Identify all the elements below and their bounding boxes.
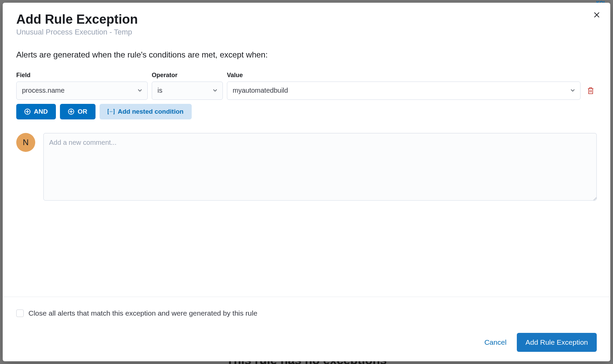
comment-textarea[interactable] [43, 133, 597, 201]
nested-icon [108, 109, 114, 115]
close-alerts-label: Close all alerts that match this excepti… [28, 309, 257, 317]
value-combobox-value: myautomatedbuild [233, 87, 288, 94]
svg-point-6 [112, 111, 112, 112]
and-button-label: AND [34, 108, 48, 115]
modal-subtitle: Unusual Process Execution - Temp [16, 28, 597, 37]
add-nested-condition-button[interactable]: Add nested condition [100, 104, 192, 119]
modal-footer: Close all alerts that match this excepti… [3, 297, 610, 361]
operator-select[interactable]: is [152, 82, 223, 100]
plus-circle-icon [68, 109, 74, 115]
nested-button-label: Add nested condition [118, 108, 184, 115]
chevron-down-icon [570, 87, 575, 94]
close-alerts-checkbox[interactable] [16, 310, 24, 317]
chevron-down-icon [212, 87, 218, 94]
submit-button[interactable]: Add Rule Exception [517, 333, 597, 352]
chevron-down-icon [137, 87, 143, 94]
field-select[interactable]: process.name [16, 82, 148, 100]
value-label: Value [227, 72, 580, 79]
delete-condition-button[interactable] [585, 82, 597, 100]
close-icon [594, 12, 600, 18]
footer-actions: Cancel Add Rule Exception [16, 333, 597, 352]
condition-row: process.name is myautomatedbuild [16, 82, 597, 100]
modal-body: Alerts are generated when the rule's con… [3, 37, 610, 297]
operator-select-value: is [157, 87, 162, 94]
cancel-button[interactable]: Cancel [484, 338, 506, 346]
plus-circle-icon [24, 109, 30, 115]
condition-buttons-row: AND OR Add nested condition [16, 104, 597, 119]
modal-title: Add Rule Exception [16, 12, 597, 27]
operator-label: Operator [152, 72, 223, 79]
field-select-value: process.name [22, 87, 65, 94]
field-label: Field [16, 72, 148, 79]
or-button-label: OR [78, 108, 87, 115]
avatar: N [16, 133, 35, 152]
and-button[interactable]: AND [16, 104, 56, 119]
close-alerts-row: Close all alerts that match this excepti… [16, 309, 597, 317]
trash-icon [587, 87, 594, 94]
intro-text: Alerts are generated when the rule's con… [16, 50, 597, 60]
modal-header: Add Rule Exception Unusual Process Execu… [3, 3, 610, 37]
or-button[interactable]: OR [60, 104, 96, 119]
close-button[interactable] [591, 9, 602, 20]
comment-row: N [16, 133, 597, 201]
svg-point-4 [110, 111, 110, 112]
svg-point-5 [111, 111, 111, 112]
value-combobox[interactable]: myautomatedbuild [227, 82, 580, 100]
add-rule-exception-modal: Add Rule Exception Unusual Process Execu… [3, 3, 610, 361]
condition-labels-row: Field Operator Value [16, 72, 597, 79]
